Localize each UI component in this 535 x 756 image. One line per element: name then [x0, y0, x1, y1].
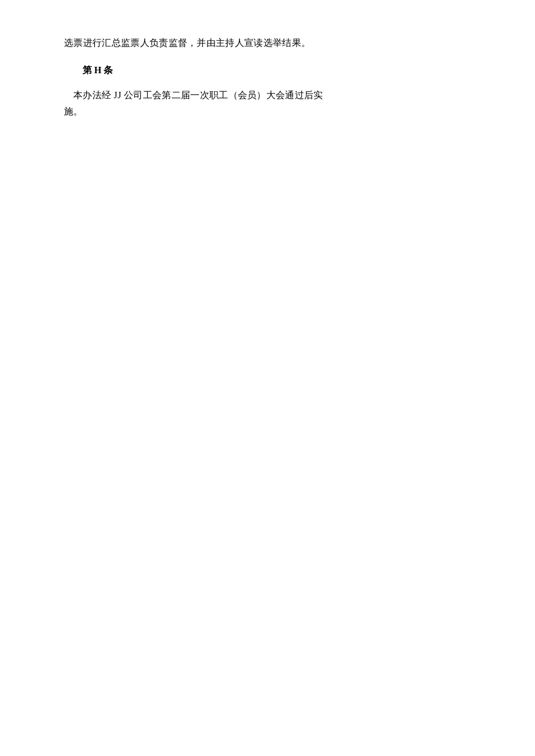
- section-heading: 第 H 条: [64, 62, 477, 79]
- paragraph-body-line1: 本办法经 JJ 公司工会第二届一次职工（会员）大会通过后实: [64, 87, 477, 104]
- paragraph-line1: 选票进行汇总监票人负责监督，并由主持人宣读选举结果。: [64, 35, 477, 52]
- paragraph-body-line2: 施。: [64, 103, 477, 120]
- document-page: 选票进行汇总监票人负责监督，并由主持人宣读选举结果。 第 H 条 本办法经 JJ…: [0, 0, 535, 756]
